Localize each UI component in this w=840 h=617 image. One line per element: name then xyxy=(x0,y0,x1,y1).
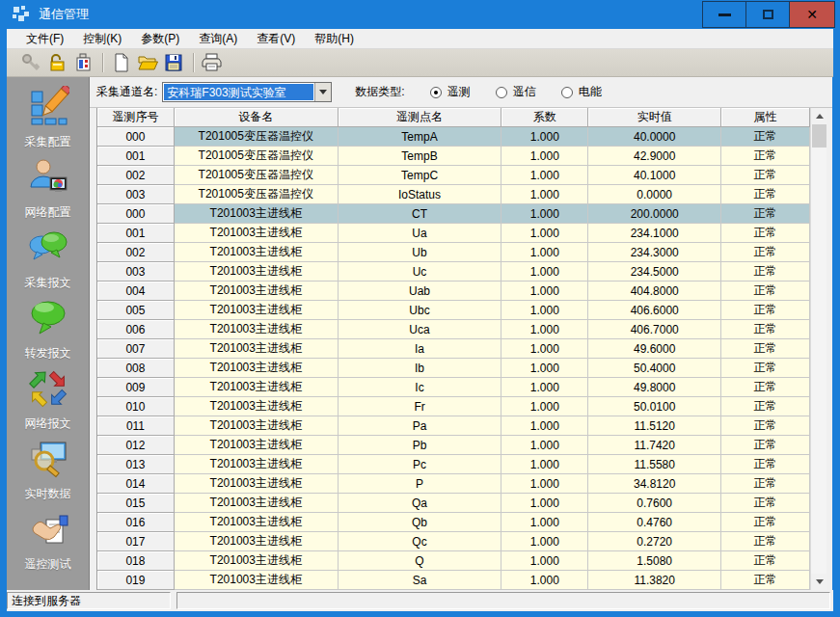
cell-attribute: 正常 xyxy=(721,301,810,320)
cell-point-name: TempC xyxy=(339,166,502,185)
cell-serial: 005 xyxy=(97,301,175,320)
table-body: 000T201005变压器温控仪TempA1.00040.0000正常001T2… xyxy=(97,127,810,590)
realtime-data-icon xyxy=(27,438,69,483)
menu-parameter[interactable]: 参数(P) xyxy=(131,29,189,48)
cell-realtime-value: 200.0000 xyxy=(588,204,721,224)
cell-device-name: T201005变压器温控仪 xyxy=(175,166,339,185)
sidebar-item-network-message[interactable]: 网络报文 xyxy=(7,367,89,438)
cell-realtime-value: 0.7600 xyxy=(588,494,721,513)
cell-attribute: 正常 xyxy=(721,320,810,339)
table-row[interactable]: 011T201003主进线柜Pa1.00011.5120正常 xyxy=(97,416,810,436)
cell-point-name: CT xyxy=(339,204,502,224)
cell-point-name: Q xyxy=(339,551,502,571)
header-attribute[interactable]: 属性 xyxy=(721,108,810,127)
table-row[interactable]: 018T201003主进线柜Q1.0001.5080正常 xyxy=(97,551,810,571)
menu-view[interactable]: 查看(V) xyxy=(247,29,305,48)
sidebar-item-collect-config[interactable]: 采集配置 xyxy=(7,86,89,156)
table-row[interactable]: 014T201003主进线柜P1.00034.8120正常 xyxy=(97,474,810,494)
radio-telesignal[interactable]: 遥信 xyxy=(496,84,536,100)
radio-icon xyxy=(496,87,507,98)
sidebar-item-realtime-data[interactable]: 实时数据 xyxy=(7,438,89,508)
table-row[interactable]: 006T201003主进线柜Uca1.000406.7000正常 xyxy=(97,320,810,339)
open-folder-icon[interactable] xyxy=(135,50,160,75)
cell-device-name: T201003主进线柜 xyxy=(175,494,339,513)
scroll-up-button[interactable] xyxy=(811,108,827,124)
cell-serial: 012 xyxy=(97,436,175,455)
cell-device-name: T201003主进线柜 xyxy=(175,359,339,378)
sidebar-item-network-config[interactable]: 网络配置 xyxy=(7,156,89,227)
cell-attribute: 正常 xyxy=(721,262,810,282)
sidebar-item-forward-message[interactable]: 转发报文 xyxy=(7,297,89,367)
radio-telemetry[interactable]: 遥测 xyxy=(430,84,471,100)
table-row[interactable]: 016T201003主进线柜Qb1.0000.4760正常 xyxy=(97,513,810,532)
cell-realtime-value: 50.4000 xyxy=(588,359,721,378)
menu-file[interactable]: 文件(F) xyxy=(16,29,73,48)
minimize-button[interactable] xyxy=(702,1,746,28)
table-row[interactable]: 003T201005变压器温控仪IoStatus1.0000.0000正常 xyxy=(97,185,810,204)
save-icon[interactable] xyxy=(161,50,186,75)
header-point-name[interactable]: 遥测点名 xyxy=(339,108,502,127)
sidebar-item-collect-message[interactable]: 采集报文 xyxy=(7,227,89,297)
table-row[interactable]: 001T201003主进线柜Ua1.000234.1000正常 xyxy=(97,224,810,243)
radio-energy[interactable]: 电能 xyxy=(561,84,602,100)
table-row[interactable]: 019T201003主进线柜Sa1.00011.3820正常 xyxy=(97,571,810,590)
cell-realtime-value: 1.5080 xyxy=(588,551,721,571)
scrollbar-thumb[interactable] xyxy=(812,124,826,148)
cell-point-name: Pc xyxy=(339,455,502,474)
arrow-up-icon xyxy=(816,114,824,119)
table-row[interactable]: 002T201003主进线柜Ub1.000234.3000正常 xyxy=(97,243,810,262)
table-row[interactable]: 013T201003主进线柜Pc1.00011.5580正常 xyxy=(97,455,810,474)
header-serial[interactable]: 遥测序号 xyxy=(97,108,175,127)
header-coefficient[interactable]: 系数 xyxy=(501,108,588,127)
key-icon[interactable] xyxy=(18,50,43,75)
header-realtime-value[interactable]: 实时值 xyxy=(588,108,721,127)
table-row[interactable]: 002T201005变压器温控仪TempC1.00040.1000正常 xyxy=(97,166,810,185)
menu-query[interactable]: 查询(A) xyxy=(189,29,247,48)
table-row[interactable]: 005T201003主进线柜Ubc1.000406.6000正常 xyxy=(97,301,810,320)
table-row[interactable]: 010T201003主进线柜Fr1.00050.0100正常 xyxy=(97,397,810,416)
table-row[interactable]: 001T201005变压器温控仪TempB1.00042.9000正常 xyxy=(97,147,810,166)
table-row[interactable]: 007T201003主进线柜Ia1.00049.6000正常 xyxy=(97,339,810,359)
menu-help[interactable]: 帮助(H) xyxy=(305,29,364,48)
status-text: 连接到服务器 xyxy=(12,593,81,609)
cell-attribute: 正常 xyxy=(721,532,810,551)
table-row[interactable]: 004T201003主进线柜Uab1.000404.8000正常 xyxy=(97,282,810,301)
print-icon[interactable] xyxy=(200,50,225,75)
table-row[interactable]: 003T201003主进线柜Uc1.000234.5000正常 xyxy=(97,262,810,282)
radio-label: 遥测 xyxy=(447,84,471,100)
cell-coefficient: 1.000 xyxy=(501,204,588,224)
channel-config-icon[interactable] xyxy=(70,50,95,75)
cell-device-name: T201003主进线柜 xyxy=(175,320,339,339)
unlock-icon[interactable] xyxy=(44,50,69,75)
toolbar-separator xyxy=(193,53,194,72)
dropdown-arrow-button[interactable] xyxy=(314,83,331,101)
header-device-name[interactable]: 设备名 xyxy=(175,108,339,127)
table-row[interactable]: 000T201005变压器温控仪TempA1.00040.0000正常 xyxy=(97,127,810,147)
cell-realtime-value: 49.6000 xyxy=(588,339,721,359)
table-row[interactable]: 012T201003主进线柜Pb1.00011.7420正常 xyxy=(97,436,810,455)
cell-realtime-value: 11.5120 xyxy=(588,416,721,436)
cell-realtime-value: 406.7000 xyxy=(588,320,721,339)
table-row[interactable]: 000T201003主进线柜CT1.000200.0000正常 xyxy=(97,204,810,224)
channel-dropdown[interactable]: 安科瑞F303测试实验室 xyxy=(162,82,332,102)
table-row[interactable]: 017T201003主进线柜Qc1.0000.2720正常 xyxy=(97,532,810,551)
table-row[interactable]: 015T201003主进线柜Qa1.0000.7600正常 xyxy=(97,494,810,513)
new-file-icon[interactable] xyxy=(109,50,134,75)
menu-control[interactable]: 控制(K) xyxy=(73,29,131,48)
channel-control-row: 采集通道名: 安科瑞F303测试实验室 数据类型: 遥测 遥信 电能 xyxy=(90,77,832,108)
maximize-button[interactable] xyxy=(745,1,790,28)
cell-attribute: 正常 xyxy=(721,282,810,301)
cell-attribute: 正常 xyxy=(721,224,810,243)
scroll-down-button[interactable] xyxy=(811,574,827,590)
table-header: 遥测序号 设备名 遥测点名 系数 实时值 属性 xyxy=(97,108,810,127)
close-button[interactable]: ✕ xyxy=(789,1,835,28)
vertical-scrollbar[interactable] xyxy=(810,108,826,590)
table-row[interactable]: 009T201003主进线柜Ic1.00049.8000正常 xyxy=(97,378,810,397)
cell-realtime-value: 40.0000 xyxy=(588,127,721,147)
sidebar-item-remote-test[interactable]: 遥控测试 xyxy=(7,508,89,578)
cell-coefficient: 1.000 xyxy=(501,147,588,166)
close-icon: ✕ xyxy=(806,7,818,22)
table-row[interactable]: 008T201003主进线柜Ib1.00050.4000正常 xyxy=(97,359,810,378)
network-config-icon xyxy=(27,156,69,201)
cell-coefficient: 1.000 xyxy=(501,474,588,494)
